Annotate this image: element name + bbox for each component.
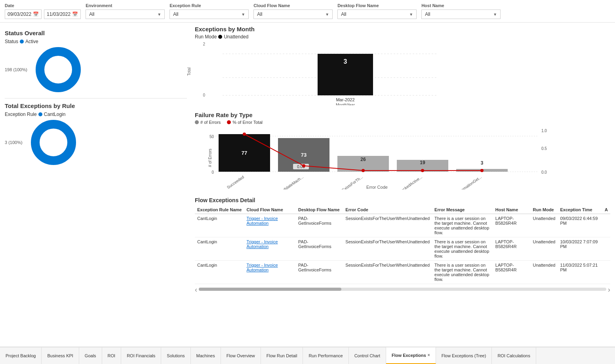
exceptions-donut-label: 3 (100%) [5,140,23,145]
status-label: Status Active [5,39,187,44]
svg-point-34 [480,169,484,172]
svg-text:MonthYear: MonthYear [336,103,355,105]
cloud-flow-select[interactable]: All ▼ [253,9,333,19]
table-row: CantLogin Trigger - Invoice Automation P… [195,261,610,284]
exceptions-rule-title: Total Exceptions by Rule [5,102,187,109]
svg-text:1.0: 1.0 [541,129,547,133]
svg-point-33 [421,169,424,172]
failure-rate-svg: 50 0 1.0 0.5 0.0 77 73 [207,126,547,190]
date-end-input[interactable]: 11/03/2022 📅 [44,9,81,19]
exceptions-by-rule-section: Total Exceptions by Rule Exception Rule … [5,102,187,166]
cloud-flow-filter-group: Cloud Flow Name All ▼ [253,3,333,19]
cell-a [602,237,610,261]
scroll-left-icon[interactable]: ‹ [195,286,197,294]
svg-text:SessionExistsForTh...: SessionExistsForTh... [329,175,364,190]
environment-select[interactable]: All ▼ [86,9,165,19]
svg-text:Error Code: Error Code [366,185,388,190]
status-overall-section: Status Overall Status Active 198 (100%) [5,30,187,93]
svg-text:73: 73 [301,152,307,158]
svg-text:19: 19 [420,160,425,165]
svg-text:3: 3 [344,58,347,65]
svg-point-30 [243,133,246,136]
calendar-icon[interactable]: 📅 [33,11,39,17]
svg-text:0.5: 0.5 [541,146,547,151]
cell-run-mode: Unattended [531,261,558,284]
scrollbar-thumb [199,288,341,291]
cell-error-message: There is a user session on the target ma… [432,261,493,284]
cell-error-code: SessionExistsForTheUserWhenUnattended [343,237,432,261]
svg-text:NoUnlockedActive...: NoUnlockedActive... [391,175,423,190]
desktop-flow-filter-group: Desktop Flow Name All ▼ [337,3,417,19]
calendar-icon[interactable]: 📅 [72,11,78,17]
cell-a [602,261,610,284]
exception-rule-label-display: Exception Rule CantLogin [5,112,187,117]
cell-host-name: LAPTOP-B5826R4R [493,214,531,237]
cell-exception-time: 09/03/2022 6:44:59 PM [558,214,602,237]
svg-text:# of Errors: # of Errors [208,149,212,167]
status-donut-label: 198 (100%) [5,67,27,72]
desktop-flow-select[interactable]: All ▼ [337,9,417,19]
cell-exception-rule: CantLogin [195,261,244,284]
errors-legend-dot [195,120,199,124]
svg-text:NoCandidateMach...: NoCandidateMach... [272,175,304,190]
cell-host-name: LAPTOP-B5826R4R [493,261,531,284]
exception-rule-select[interactable]: All ▼ [169,9,249,19]
cell-run-mode: Unattended [531,214,558,237]
exceptions-month-chart: 2 0 Total 3 Mar-2022 MonthYear [207,42,610,105]
cell-error-code: SessionExistsForTheUserWhenUnattended [343,214,432,237]
col-a: A [602,206,610,214]
exceptions-month-svg: 3 Mar-2022 MonthYear [207,50,444,105]
cell-cloud-flow[interactable]: Trigger - Invoice Automation [244,214,296,237]
svg-point-32 [362,169,365,172]
exception-rule-label: Exception Rule [169,3,249,8]
environment-label: Environment [86,3,165,8]
exceptions-donut-chart [30,119,77,166]
cell-exception-rule: CantLogin [195,214,244,237]
cell-exception-rule: CantLogin [195,237,244,261]
cell-cloud-flow[interactable]: Trigger - Invoice Automation [244,237,296,261]
date-filter-label: Date [5,3,81,8]
exceptions-table-wrapper[interactable]: Exception Rule Name Cloud Flow Name Desk… [195,206,610,284]
scroll-right-icon[interactable]: › [608,286,610,294]
active-status-dot [20,40,24,44]
cell-error-message: There is a user session on the target ma… [432,214,493,237]
cloud-flow-label: Cloud Flow Name [253,3,333,8]
date-range: 09/03/2022 📅 11/03/2022 📅 [5,9,81,19]
col-error-code: Error Code [343,206,432,214]
filter-bar: Date 09/03/2022 📅 11/03/2022 📅 Environme… [0,0,615,23]
chevron-down-icon: ▼ [325,12,329,17]
table-row: CantLogin Trigger - Invoice Automation P… [195,237,610,261]
flow-exceptions-detail-title: Flow Exceptions Detail [195,197,610,203]
scrollbar-container[interactable]: ‹ › [195,286,610,294]
flow-exceptions-detail-section: Flow Exceptions Detail Exception Rule Na… [195,197,610,294]
cell-exception-time: 11/03/2022 5:07:21 PM [558,261,602,284]
y-axis-max: 2 [196,42,205,46]
left-panel: Status Overall Status Active 198 (100%) … [5,26,187,294]
host-name-select[interactable]: All ▼ [421,9,501,19]
chevron-down-icon: ▼ [409,12,413,17]
status-overall-title: Status Overall [5,30,187,36]
legend-errors: # of Errors [195,120,221,125]
cell-exception-time: 10/03/2022 7:07:09 PM [558,237,602,261]
svg-text:UIAutomationGet...: UIAutomationGet... [452,175,482,190]
col-exception-time: Exception Time [558,206,602,214]
cell-host-name: LAPTOP-B5826R4R [493,237,531,261]
failure-rate-title: Failure Rate by Type [195,112,610,118]
cell-desktop-flow: PAD-GetInvoiceForms [296,261,343,284]
y-axis-min: 0 [196,93,205,97]
desktop-flow-label: Desktop Flow Name [337,3,417,8]
cell-desktop-flow: PAD-GetInvoiceForms [296,214,343,237]
cell-error-code: SessionExistsForTheUserWhenUnattended [343,261,432,284]
exceptions-by-month-section: Exceptions by Month Run Mode Unattended … [195,26,610,105]
failure-rate-section: Failure Rate by Type # of Errors % of Er… [195,112,610,191]
svg-point-1 [47,59,69,81]
cell-cloud-flow[interactable]: Trigger - Invoice Automation [244,261,296,284]
col-desktop-flow: Desktop Flow Name [296,206,343,214]
svg-text:3: 3 [481,160,484,166]
horizontal-scrollbar[interactable] [199,288,606,291]
failure-legend: # of Errors % of Error Total [195,120,610,125]
y-axis-label: Total [187,67,191,76]
table-row: CantLogin Trigger - Invoice Automation P… [195,214,610,237]
date-start-input[interactable]: 09/03/2022 📅 [5,9,42,19]
svg-text:Mar-2022: Mar-2022 [336,97,354,102]
